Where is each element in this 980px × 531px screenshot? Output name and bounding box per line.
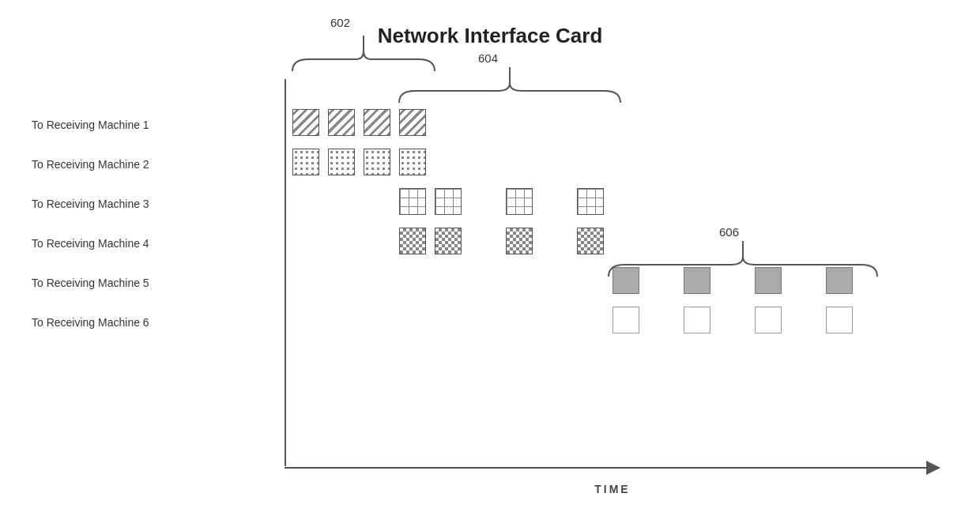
packet-r2-2 bbox=[328, 149, 355, 175]
row-label-5: To Receiving Machine 5 bbox=[32, 269, 149, 297]
row-label-2: To Receiving Machine 2 bbox=[32, 150, 149, 179]
packet-r6-3 bbox=[755, 307, 782, 333]
time-label: TIME bbox=[285, 483, 940, 495]
packet-r1-2 bbox=[328, 109, 355, 136]
brace-606 bbox=[601, 229, 885, 281]
time-axis-line bbox=[285, 467, 926, 469]
packet-r4-1 bbox=[399, 228, 426, 254]
packet-r6-1 bbox=[612, 307, 639, 333]
packet-r2-1 bbox=[292, 149, 319, 175]
brace-604 bbox=[391, 55, 628, 107]
row-label-1: To Receiving Machine 1 bbox=[32, 111, 149, 139]
time-arrowhead bbox=[926, 461, 940, 475]
packet-r2-3 bbox=[364, 149, 390, 175]
time-arrow bbox=[285, 460, 940, 476]
packet-r3-1 bbox=[399, 188, 426, 215]
packet-r1-1 bbox=[292, 109, 319, 136]
packet-r6-4 bbox=[826, 307, 853, 333]
row-label-4: To Receiving Machine 4 bbox=[32, 229, 149, 258]
packet-r3-3 bbox=[506, 188, 533, 215]
packet-r4-3 bbox=[506, 228, 533, 254]
packet-r2-4 bbox=[399, 149, 426, 175]
packet-r1-4 bbox=[399, 109, 426, 136]
main-title: Network Interface Card bbox=[0, 0, 980, 48]
label-602: 602 bbox=[330, 16, 350, 29]
packet-r4-2 bbox=[435, 228, 462, 254]
packet-r3-4 bbox=[577, 188, 604, 215]
packet-r1-3 bbox=[364, 109, 390, 136]
row-label-6: To Receiving Machine 6 bbox=[32, 308, 149, 337]
label-604: 604 bbox=[478, 51, 498, 65]
axis-line bbox=[285, 79, 286, 466]
packet-r4-4 bbox=[577, 228, 604, 254]
diagram-container: To Receiving Machine 1 To Receiving Mach… bbox=[32, 79, 948, 499]
row-label-3: To Receiving Machine 3 bbox=[32, 190, 149, 218]
label-606: 606 bbox=[719, 225, 739, 239]
packet-r6-2 bbox=[684, 307, 710, 333]
packet-r3-2 bbox=[435, 188, 462, 215]
